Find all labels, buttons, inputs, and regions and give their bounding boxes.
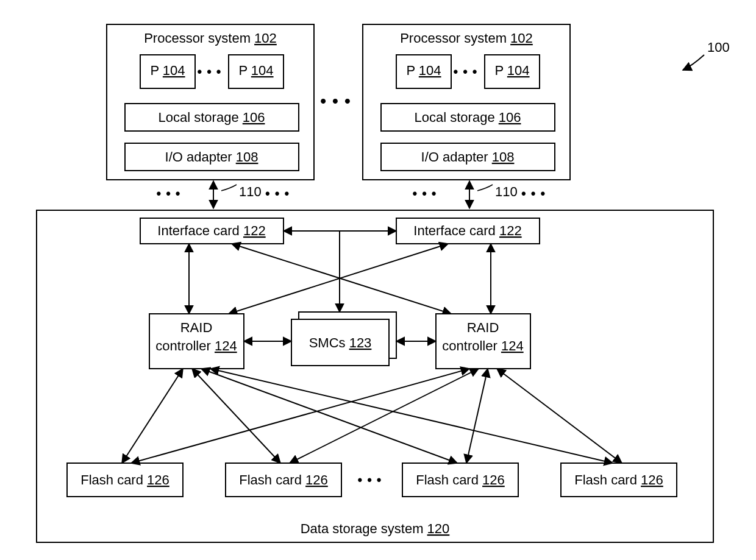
svg-text:P 104: P 104 xyxy=(150,63,185,78)
svg-text:•••: ••• xyxy=(265,186,294,201)
system-ref: 100 xyxy=(707,40,730,55)
svg-text:I/O adapter 108: I/O adapter 108 xyxy=(421,149,515,165)
svg-text:RAID: RAID xyxy=(180,320,213,335)
processor-system-left: Processor system 102 P 104 ••• P 104 Loc… xyxy=(107,24,314,180)
svg-text:I/O adapter 108: I/O adapter 108 xyxy=(165,149,259,165)
svg-text:•••: ••• xyxy=(357,472,386,487)
svg-text:Flash card 126: Flash card 126 xyxy=(574,472,663,487)
svg-text:Local storage 106: Local storage 106 xyxy=(159,110,265,125)
svg-text:Processor system 102: Processor system 102 xyxy=(400,30,533,46)
svg-text:SMCs 123: SMCs 123 xyxy=(309,335,372,350)
svg-text:Local storage 106: Local storage 106 xyxy=(415,110,521,125)
system-diagram: 100 Processor system 102 P 104 ••• P 104… xyxy=(0,0,756,560)
svg-text:P 104: P 104 xyxy=(406,63,441,78)
svg-text:•••: ••• xyxy=(197,64,226,79)
svg-text:controller 124: controller 124 xyxy=(442,338,523,353)
svg-text:Processor system 102: Processor system 102 xyxy=(144,30,277,46)
dots-top: ••• xyxy=(320,91,356,110)
svg-text:Interface card 122: Interface card 122 xyxy=(413,223,521,238)
svg-text:110: 110 xyxy=(495,184,518,199)
svg-text:Flash card 126: Flash card 126 xyxy=(80,472,169,487)
svg-text:Interface card 122: Interface card 122 xyxy=(157,223,265,238)
svg-text:•••: ••• xyxy=(156,186,185,201)
svg-text:•••: ••• xyxy=(521,186,550,201)
svg-text:Flash card 126: Flash card 126 xyxy=(239,472,328,487)
svg-text:P 104: P 104 xyxy=(494,63,529,78)
bus-right: ••• 110 ••• xyxy=(412,181,550,208)
svg-text:Flash card 126: Flash card 126 xyxy=(416,472,505,487)
bus-left: ••• 110 ••• xyxy=(156,181,294,208)
dss-label: Data storage system 120 xyxy=(301,521,450,536)
smcs: SMCs 123 xyxy=(291,312,396,366)
svg-text:RAID: RAID xyxy=(467,320,499,335)
svg-text:•••: ••• xyxy=(453,64,482,79)
svg-text:controller 124: controller 124 xyxy=(155,338,237,353)
processor-system-right: Processor system 102 P 104 ••• P 104 Loc… xyxy=(363,24,570,180)
svg-text:•••: ••• xyxy=(412,186,441,201)
svg-text:P 104: P 104 xyxy=(238,63,273,78)
svg-text:110: 110 xyxy=(239,184,262,199)
